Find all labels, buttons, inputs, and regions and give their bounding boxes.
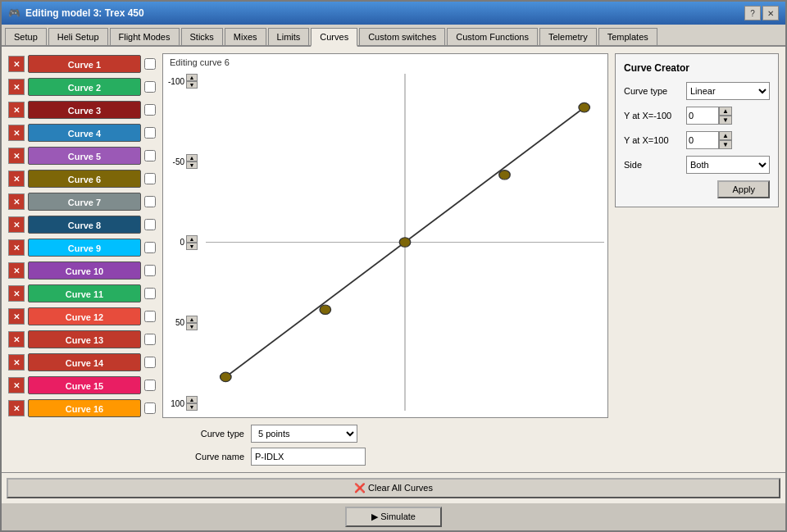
curve-item-2: Curve 2 xyxy=(8,76,156,98)
delete-curve-3[interactable] xyxy=(8,102,25,118)
creator-side-select[interactable]: Both Left Right xyxy=(686,156,770,174)
curve-checkbox-15[interactable] xyxy=(144,380,156,391)
delete-curve-1[interactable] xyxy=(8,56,25,72)
curve-button-8[interactable]: Curve 8 xyxy=(28,216,141,234)
delete-curve-11[interactable] xyxy=(8,285,25,302)
y-100-down-btn[interactable]: ▼ xyxy=(186,403,198,411)
curve-button-1[interactable]: Curve 1 xyxy=(28,55,141,73)
help-button[interactable]: ? xyxy=(744,6,761,20)
curve-checkbox-13[interactable] xyxy=(144,334,156,345)
curve-type-select[interactable]: 5 points 3 points Custom 5 Custom 9 xyxy=(251,425,357,443)
creator-y-100-up[interactable]: ▲ xyxy=(719,131,732,140)
curve-checkbox-8[interactable] xyxy=(144,219,156,230)
tab-heli-setup[interactable]: Heli Setup xyxy=(48,28,108,45)
curve-item-15: Curve 15 xyxy=(8,375,156,396)
y50-down-btn[interactable]: ▼ xyxy=(186,161,198,169)
creator-y-neg100-input[interactable] xyxy=(686,107,719,125)
close-button[interactable]: ✕ xyxy=(762,6,779,20)
tab-templates[interactable]: Templates xyxy=(598,28,657,45)
simulate-button[interactable]: ▶ Simulate xyxy=(345,507,442,527)
y0-up-btn[interactable]: ▲ xyxy=(186,235,198,243)
delete-curve-9[interactable] xyxy=(8,239,25,256)
curve-checkbox-7[interactable] xyxy=(144,196,156,207)
curve-checkbox-6[interactable] xyxy=(144,173,156,184)
curve-button-12[interactable]: Curve 12 xyxy=(28,307,141,325)
tab-custom-functions[interactable]: Custom Functions xyxy=(447,28,538,45)
tab-curves[interactable]: Curves xyxy=(311,28,357,47)
curve-button-3[interactable]: Curve 3 xyxy=(28,101,141,119)
graph-svg xyxy=(206,74,604,411)
y-50-up-btn[interactable]: ▲ xyxy=(186,316,198,323)
curve-button-7[interactable]: Curve 7 xyxy=(28,193,141,211)
delete-curve-6[interactable] xyxy=(8,171,25,187)
curve-checkbox-11[interactable] xyxy=(144,288,156,299)
graph-label: Editing curve 6 xyxy=(170,57,230,67)
tab-telemetry[interactable]: Telemetry xyxy=(539,28,597,45)
curve-checkbox-4[interactable] xyxy=(144,127,156,139)
curve-item-13: Curve 13 xyxy=(8,329,156,350)
curve-checkbox-3[interactable] xyxy=(144,104,156,116)
y50-up-btn[interactable]: ▲ xyxy=(186,154,198,161)
delete-curve-2[interactable] xyxy=(8,79,25,95)
y-50-down-btn[interactable]: ▼ xyxy=(186,323,198,330)
creator-side-label: Side xyxy=(624,160,681,170)
curve-button-2[interactable]: Curve 2 xyxy=(28,78,141,96)
svg-point-5 xyxy=(399,238,411,247)
curve-button-11[interactable]: Curve 11 xyxy=(28,284,141,302)
curve-button-5[interactable]: Curve 5 xyxy=(28,147,141,165)
tab-flight-modes[interactable]: Flight Modes xyxy=(110,28,180,45)
tab-custom-switches[interactable]: Custom switches xyxy=(359,28,445,45)
creator-y-neg100-row: Y at X=-100 ▲ ▼ xyxy=(624,107,770,125)
delete-curve-10[interactable] xyxy=(8,262,25,279)
curve-checkbox-10[interactable] xyxy=(144,265,156,276)
delete-curve-15[interactable] xyxy=(8,377,25,393)
tab-sticks[interactable]: Sticks xyxy=(181,28,223,45)
creator-y-100-label: Y at X=100 xyxy=(624,135,681,145)
curve-button-16[interactable]: Curve 16 xyxy=(28,399,141,417)
delete-curve-14[interactable] xyxy=(8,354,25,371)
main-window: 🎮 Editing model 3: Trex 450 ? ✕ SetupHel… xyxy=(0,0,787,532)
tab-limits[interactable]: Limits xyxy=(268,28,310,45)
tab-mixes[interactable]: Mixes xyxy=(225,28,266,45)
curve-checkbox-16[interactable] xyxy=(144,402,156,414)
y100-down-btn[interactable]: ▼ xyxy=(186,81,198,89)
title-bar-controls: ? ✕ xyxy=(744,6,779,20)
curve-checkbox-1[interactable] xyxy=(144,58,156,70)
curve-checkbox-9[interactable] xyxy=(144,242,156,253)
curve-item-16: Curve 16 xyxy=(8,398,156,419)
curve-button-14[interactable]: Curve 14 xyxy=(28,353,141,371)
creator-y-neg100-down[interactable]: ▼ xyxy=(719,116,732,125)
curve-checkbox-5[interactable] xyxy=(144,150,156,161)
curve-button-13[interactable]: Curve 13 xyxy=(28,330,141,348)
creator-y-100-input[interactable] xyxy=(686,131,719,149)
delete-curve-13[interactable] xyxy=(8,331,25,348)
curve-button-6[interactable]: Curve 6 xyxy=(28,170,141,188)
right-panel: Curve Creator Curve type Linear Exponent… xyxy=(615,53,779,466)
y100-up-btn[interactable]: ▲ xyxy=(186,74,198,81)
creator-y-100-down[interactable]: ▼ xyxy=(719,140,732,149)
curve-button-15[interactable]: Curve 15 xyxy=(28,376,141,394)
creator-y-neg100-up[interactable]: ▲ xyxy=(719,107,732,116)
curve-checkbox-12[interactable] xyxy=(144,311,156,322)
svg-point-6 xyxy=(499,171,511,180)
curve-checkbox-14[interactable] xyxy=(144,357,156,368)
y0-down-btn[interactable]: ▼ xyxy=(186,243,198,250)
curve-button-4[interactable]: Curve 4 xyxy=(28,124,141,142)
delete-curve-5[interactable] xyxy=(8,148,25,164)
clear-all-button[interactable]: ❌ Clear All Curves xyxy=(7,478,780,498)
curve-checkbox-2[interactable] xyxy=(144,81,156,93)
curve-name-input[interactable] xyxy=(251,448,366,466)
delete-curve-8[interactable] xyxy=(8,216,25,233)
curve-button-9[interactable]: Curve 9 xyxy=(28,239,141,257)
creator-curve-type-select[interactable]: Linear Exponential Logarithmic xyxy=(686,82,770,100)
delete-curve-16[interactable] xyxy=(8,400,25,416)
y-100-up-btn[interactable]: ▲ xyxy=(186,396,198,403)
y-label-50: -50 xyxy=(165,157,184,166)
delete-curve-7[interactable] xyxy=(8,193,25,210)
delete-curve-4[interactable] xyxy=(8,125,25,141)
delete-curve-12[interactable] xyxy=(8,308,25,325)
creator-y-neg100-spinners: ▲ ▼ xyxy=(719,107,732,125)
apply-button[interactable]: Apply xyxy=(717,180,770,198)
curve-button-10[interactable]: Curve 10 xyxy=(28,261,141,280)
tab-setup[interactable]: Setup xyxy=(5,28,47,45)
